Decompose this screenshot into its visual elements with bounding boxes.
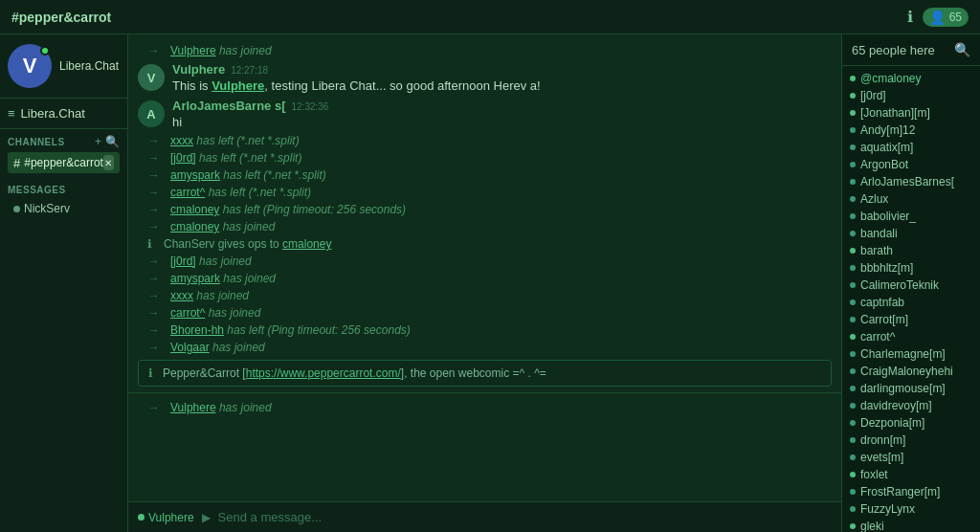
user-status-dot bbox=[850, 420, 856, 426]
message-avatar: V bbox=[138, 64, 165, 91]
user-item[interactable]: [j0rd] bbox=[842, 87, 980, 104]
sidebar-item-pepper-carrot[interactable]: # #pepper&carrot ✕ bbox=[8, 152, 120, 173]
user-item[interactable]: Charlemagne[m] bbox=[842, 345, 980, 363]
username: CraigMaloneyhehi bbox=[860, 365, 953, 378]
people-badge[interactable]: 👤 65 bbox=[923, 8, 969, 27]
system-message: → cmaloney has left (Ping timeout: 256 s… bbox=[128, 201, 841, 218]
system-message: → Vulphere has joined bbox=[128, 399, 841, 416]
user-item[interactable]: CalimeroTeknik bbox=[842, 277, 980, 294]
sidebar-header: V Libera.Chat bbox=[0, 34, 127, 99]
user-item[interactable]: @cmaloney bbox=[842, 70, 980, 87]
system-message: → xxxx has joined bbox=[128, 287, 841, 304]
username: gleki_ bbox=[860, 520, 890, 532]
user-item[interactable]: foxlet bbox=[842, 466, 980, 483]
message-input[interactable] bbox=[218, 510, 832, 524]
user-item[interactable]: captnfab bbox=[842, 294, 980, 311]
message-header: Vulphere 12:27:18 bbox=[172, 62, 832, 77]
channel-title: #pepper&carrot bbox=[11, 10, 111, 25]
app-icon: ≡ bbox=[8, 106, 15, 121]
user-status-dot bbox=[850, 93, 856, 99]
username: Andy[m]12 bbox=[860, 123, 915, 137]
user-item[interactable]: darlingmouse[m] bbox=[842, 380, 980, 397]
user-item[interactable]: gleki_ bbox=[842, 518, 980, 532]
user-status-dot bbox=[850, 386, 856, 391]
user-status-dot bbox=[850, 76, 856, 81]
message-text: This is Vulphere, testing Libera Chat...… bbox=[172, 78, 832, 93]
user-item[interactable]: carrot^ bbox=[842, 328, 980, 345]
users-search-icon[interactable]: 🔍 bbox=[954, 42, 970, 57]
user-status-dot bbox=[850, 196, 856, 202]
user-item[interactable]: Dezponia[m] bbox=[842, 414, 980, 432]
close-channel-button[interactable]: ✕ bbox=[103, 155, 114, 170]
user-item[interactable]: bandali bbox=[842, 225, 980, 242]
user-status-dot bbox=[850, 162, 856, 167]
username: bandali bbox=[860, 227, 898, 240]
username: davidrevoy[m] bbox=[860, 399, 932, 412]
user-item[interactable]: FuzzyLynx bbox=[842, 500, 980, 518]
user-status-dot bbox=[850, 179, 856, 185]
user-item[interactable]: ArloJamesBarnes[ bbox=[842, 173, 980, 190]
messages-section: MESSAGES NickServ bbox=[0, 179, 127, 220]
username: babolivier_ bbox=[860, 210, 916, 223]
chat-message: A ArloJamesBarne s[ 12:32:36 hi bbox=[128, 96, 841, 132]
sidebar: V Libera.Chat ≡ Libera.Chat CHANNELS + 🔍… bbox=[0, 34, 128, 532]
user-item[interactable]: barath bbox=[842, 242, 980, 259]
user-item[interactable]: babolivier_ bbox=[842, 208, 980, 225]
user-item[interactable]: Azlux bbox=[842, 190, 980, 208]
user-status-dot bbox=[850, 248, 856, 254]
users-panel-header: 65 people here 🔍 bbox=[842, 34, 980, 66]
user-status-dot bbox=[850, 403, 856, 409]
user-status-dot bbox=[850, 213, 856, 219]
username: carrot^ bbox=[860, 330, 895, 344]
input-user: Vulphere bbox=[138, 511, 194, 524]
avatar: V bbox=[8, 44, 52, 88]
dm-dot bbox=[13, 206, 20, 212]
channel-name: #pepper&carrot bbox=[24, 156, 103, 169]
user-item[interactable]: FrostRanger[m] bbox=[842, 483, 980, 500]
user-status-dot bbox=[850, 334, 856, 340]
username: [Jonathan][m] bbox=[860, 106, 930, 120]
username: @cmaloney bbox=[860, 72, 922, 85]
chat-divider bbox=[128, 392, 841, 393]
user-item[interactable]: dronn[m] bbox=[842, 432, 980, 449]
arrow-icon: → bbox=[147, 44, 159, 57]
system-message: → Vulphere has joined bbox=[128, 42, 841, 59]
username: Charlemagne[m] bbox=[860, 347, 946, 361]
user-item[interactable]: davidrevoy[m] bbox=[842, 397, 980, 414]
username: dronn[m] bbox=[860, 433, 905, 447]
user-item[interactable]: bbbhltz[m] bbox=[842, 259, 980, 277]
dm-name: NickServ bbox=[24, 202, 70, 215]
info-message: ℹ ChanServ gives ops to cmaloney bbox=[128, 235, 841, 253]
user-status-dot bbox=[850, 351, 856, 357]
users-count: 65 people here bbox=[852, 43, 935, 57]
message-avatar: A bbox=[138, 100, 165, 127]
pinned-link[interactable]: https://www.peppercarrot.com/ bbox=[246, 366, 401, 380]
username: FuzzyLynx bbox=[860, 502, 915, 516]
channels-section-header: CHANNELS + 🔍 bbox=[8, 135, 120, 148]
user-item[interactable]: evets[m] bbox=[842, 449, 980, 466]
user-item[interactable]: aquatix[m] bbox=[842, 139, 980, 156]
user-item[interactable]: ArgonBot bbox=[842, 156, 980, 173]
add-channel-icon[interactable]: + bbox=[95, 135, 101, 148]
message-time: 12:27:18 bbox=[231, 65, 268, 76]
user-item[interactable]: Andy[m]12 bbox=[842, 122, 980, 139]
user-status-dot bbox=[850, 110, 856, 116]
user-status-dot bbox=[850, 454, 856, 460]
sidebar-item-nickserv[interactable]: NickServ bbox=[8, 199, 120, 218]
message-content: ArloJamesBarne s[ 12:32:36 hi bbox=[172, 99, 832, 129]
messages-label: MESSAGES bbox=[8, 185, 120, 195]
message-username: ArloJamesBarne s[ bbox=[172, 99, 286, 113]
people-icon: 👤 bbox=[929, 10, 946, 25]
user-item[interactable]: CraigMaloneyhehi bbox=[842, 363, 980, 380]
channels-actions: + 🔍 bbox=[95, 135, 120, 148]
user-status-dot bbox=[850, 489, 856, 495]
system-message: → carrot^ has joined bbox=[128, 304, 841, 321]
info-icon[interactable]: ℹ bbox=[907, 8, 913, 26]
user-status-dot bbox=[850, 299, 856, 305]
users-panel: 65 people here 🔍 @cmaloney [j0rd] [Jonat… bbox=[841, 34, 980, 532]
username: CalimeroTeknik bbox=[860, 278, 939, 292]
user-status-dot bbox=[850, 144, 856, 150]
user-item[interactable]: Carrot[m] bbox=[842, 311, 980, 328]
search-channels-icon[interactable]: 🔍 bbox=[105, 135, 120, 148]
user-item[interactable]: [Jonathan][m] bbox=[842, 104, 980, 122]
